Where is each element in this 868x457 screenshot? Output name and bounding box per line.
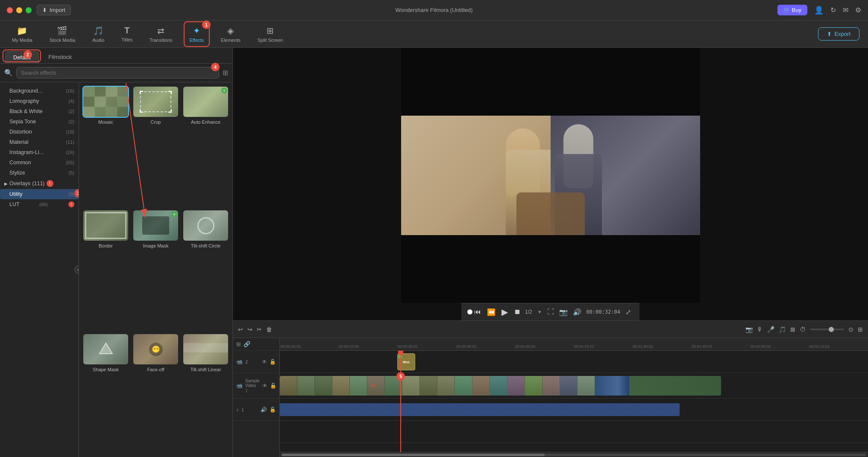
effect-thumb-auto-enhance[interactable]: + [182, 86, 229, 118]
fit-button[interactable]: ⊙ [848, 326, 853, 333]
frame-back-button[interactable]: ⏪ [487, 308, 496, 316]
import-button[interactable]: ⬇ Import [37, 5, 71, 15]
voice-button[interactable]: 🎤 [767, 326, 774, 333]
effect-thumb-mosaic[interactable] [82, 86, 129, 118]
category-black-white[interactable]: Black & White (2) [0, 106, 79, 116]
screenshot-icon[interactable]: 📷 [559, 308, 568, 316]
toolbar-effects[interactable]: ✦ Effects 1 [186, 24, 207, 44]
video-clip[interactable]: ✂ [280, 376, 721, 396]
buy-button[interactable]: 🛒 Buy [777, 5, 807, 15]
volume-icon[interactable]: 🔊 [573, 308, 581, 316]
track-v1-lock-icon[interactable]: 🔓 [270, 383, 276, 389]
play-button[interactable]: ▶ [501, 307, 508, 317]
mic-button[interactable]: 🎙 [757, 326, 763, 333]
snap-icon[interactable]: ⊞ [236, 341, 241, 347]
close-button[interactable] [7, 7, 13, 13]
track-row-a1[interactable] [280, 399, 868, 421]
zoom-handle[interactable] [829, 327, 834, 332]
effect-crop[interactable]: Crop [132, 86, 179, 206]
toolbar-my-media[interactable]: 📁 My Media [9, 24, 36, 44]
effect-thumb-shape-mask[interactable] [82, 333, 129, 365]
toolbar-elements[interactable]: ◈ Elements [217, 24, 244, 44]
minimize-button[interactable] [16, 7, 22, 13]
search-input[interactable] [16, 67, 219, 79]
detach-audio-button[interactable]: ⊠ [790, 326, 795, 333]
toolbar-stock-media[interactable]: 🎬 Stock Media [46, 24, 79, 44]
cut-button[interactable]: ✂ [257, 326, 262, 333]
category-instagram[interactable]: Instagram-Li... (24) [0, 147, 79, 157]
my-media-icon: 📁 [17, 26, 27, 36]
scrollbar-thumb[interactable] [282, 454, 545, 456]
toolbar-titles[interactable]: T Titles [118, 24, 136, 44]
progress-handle[interactable] [467, 309, 472, 314]
grid-button[interactable]: ⊞ [858, 326, 863, 333]
effect-thumb-crop[interactable] [132, 86, 179, 118]
effect-image-mask[interactable]: + Image Mask [132, 210, 179, 330]
expand-icon[interactable]: ⤢ [625, 308, 631, 316]
effect-border[interactable]: Border [82, 210, 129, 330]
track-v2-eye-icon[interactable]: 👁 [262, 359, 267, 365]
track-row-v1[interactable]: ✂ [280, 373, 868, 399]
grid-view-icon[interactable]: ⊞ [223, 69, 228, 77]
maximize-button[interactable] [26, 7, 32, 13]
rewind-button[interactable]: ⏮ [474, 308, 481, 316]
music-button[interactable]: 🎵 [779, 326, 786, 333]
toolbar-transitions[interactable]: ⇄ Transitions [146, 24, 176, 44]
track-a1-speaker-icon[interactable]: 🔊 [261, 407, 267, 413]
auto-enhance-add-icon: + [221, 87, 227, 93]
category-overlays[interactable]: ▶ Overlays (111) ! [0, 178, 79, 189]
track-row-v2[interactable]: Mos + [280, 351, 868, 373]
category-sepia-tone[interactable]: Sepia Tone (2) [0, 116, 79, 127]
account-icon[interactable]: 👤 [814, 6, 824, 15]
category-lomography[interactable]: Lomography (4) [0, 96, 79, 106]
track-headers: ⊞ 🔗 📹 2 👁 🔓 📹 Sample Video [233, 338, 280, 457]
track-a1-lock-icon[interactable]: 🔓 [270, 407, 276, 413]
category-lut[interactable]: LUT (66) ! [0, 199, 79, 210]
fullscreen-icon[interactable]: ⛶ [547, 308, 554, 316]
effect-face-off[interactable]: 😶 Face-off [132, 333, 179, 454]
category-utility[interactable]: Utility (9) 3 [0, 189, 79, 199]
effect-thumb-face-off[interactable]: 😶 [132, 333, 179, 365]
effect-thumb-image-mask[interactable]: + [132, 210, 179, 242]
speed-button[interactable]: ⏱ [800, 326, 806, 333]
search-bar: 🔍 ⊞ 4 [0, 64, 232, 82]
effect-mosaic[interactable]: Mosaic [82, 86, 129, 206]
zoom-slider[interactable] [810, 329, 844, 330]
settings-icon[interactable]: ⚙ [855, 6, 861, 14]
effect-thumb-tilt-linear[interactable] [182, 333, 229, 365]
effect-clip-mosaic[interactable]: Mos + [397, 353, 415, 370]
link-icon[interactable]: 🔗 [243, 341, 250, 347]
effect-auto-enhance[interactable]: + Auto Enhance [182, 86, 229, 206]
undo-button[interactable]: ↩ [238, 326, 243, 333]
refresh-icon[interactable]: ↻ [830, 6, 836, 14]
timeline-scrollbar[interactable] [280, 452, 868, 457]
category-stylize[interactable]: Stylize (5) [0, 168, 79, 178]
stop-button[interactable]: ⏹ [514, 308, 521, 316]
track-v1-label: Sample Video [245, 378, 260, 388]
toolbar-audio[interactable]: 🎵 Audio [89, 24, 108, 44]
delete-button[interactable]: 🗑 [266, 326, 272, 333]
category-common[interactable]: Common (55) [0, 157, 79, 168]
tab-default[interactable]: Default [5, 51, 39, 63]
effect-tilt-shift-linear[interactable]: Tilt-shift Linear [182, 333, 229, 454]
track-v1-eye-icon[interactable]: 👁 [262, 383, 267, 389]
redo-button[interactable]: ↪ [247, 326, 252, 333]
collapse-panel-arrow[interactable]: ◀ [74, 265, 79, 274]
right-panel: ⏮ ⏪ ▶ ⏹ 1/2 ▼ ⛶ 📷 🔊 00:00:32:04 ⤢ [233, 48, 868, 457]
category-material[interactable]: Material (11) [0, 137, 79, 147]
mail-icon[interactable]: ✉ [843, 6, 848, 14]
effect-thumb-border[interactable] [82, 210, 129, 242]
audio-clip[interactable] [280, 403, 680, 416]
category-background[interactable]: Background... (16) [0, 86, 79, 96]
timeline-ruler[interactable]: 00:00:00:00 00:00:15:00 00:00:30:01 00:0… [280, 338, 868, 351]
track-v2-lock-icon[interactable]: 🔓 [270, 359, 276, 365]
category-distortion[interactable]: Distortion (18) [0, 127, 79, 137]
effect-shape-mask[interactable]: Shape Mask [82, 333, 129, 454]
camera-button[interactable]: 📷 [745, 326, 753, 333]
effect-thumb-tilt-circle[interactable] [182, 210, 229, 242]
toolbar-split-screen[interactable]: ⊞ Split Screen [254, 24, 286, 44]
effect-tilt-shift-circle[interactable]: Tilt-shift Circle [182, 210, 229, 330]
track-v2-icon: 📹 [236, 359, 243, 365]
tab-filmstock[interactable]: Filmstock [41, 51, 79, 63]
export-button[interactable]: ⬆ Export [818, 27, 859, 41]
